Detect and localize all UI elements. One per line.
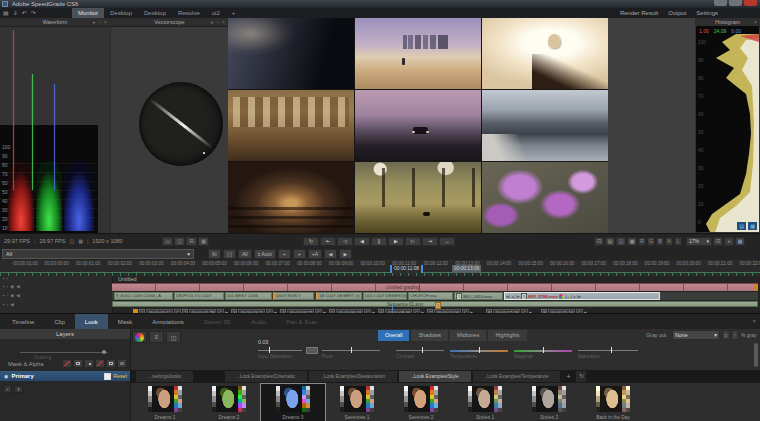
eye-icon[interactable]: ◉ <box>10 293 14 299</box>
monitor-tool-button[interactable]: ▩ <box>627 237 637 246</box>
look-preset[interactable]: Seventies 1 <box>325 384 389 421</box>
timeline-clip[interactable]: ≪ a ≫ D007 RUN V |↔| a ≫ <box>273 292 314 300</box>
layer-reset-button[interactable]: Reset <box>113 373 127 379</box>
lock-icon[interactable]: ▪ <box>3 293 5 299</box>
auto-adjust-button[interactable]: ≡ <box>149 331 164 343</box>
pan-icon[interactable]: + <box>724 237 734 246</box>
mute-icon[interactable]: ◀ <box>16 293 19 299</box>
transport-button[interactable]: ↔ <box>439 237 455 246</box>
lock-icon[interactable]: ▪ <box>3 276 5 282</box>
minimize-button[interactable] <box>714 0 727 6</box>
monitor-cell-church[interactable] <box>228 162 354 233</box>
grade-slider[interactable]: 0.03 Input Saturation <box>258 343 302 361</box>
detach-icon[interactable]: ▸ <box>211 19 215 25</box>
timeline-clip[interactable]: ≪ a ≫ 9_6001 C008 C0066_A |↔| a ≫ <box>114 292 173 300</box>
look-preset[interactable]: Dreams 2 <box>197 384 261 421</box>
timeline-tool-button[interactable]: [ ] <box>223 249 236 259</box>
look-folder-tab[interactable]: ..Look Examples/Desaturation– × <box>309 371 397 382</box>
view-layout-button[interactable]: ▦ <box>198 237 209 246</box>
menu-item[interactable]: Output <box>668 8 686 18</box>
timeline-tool-button[interactable]: All <box>238 249 252 259</box>
transport-button[interactable]: ◀ <box>354 237 370 246</box>
workspace-tab[interactable]: Desktop <box>138 8 172 18</box>
grade-slider[interactable]: Temperature <box>450 343 508 361</box>
save-icon[interactable]: ⇓ <box>13 9 18 17</box>
eye-icon[interactable]: ◉ <box>4 373 8 379</box>
color-wheel-button[interactable] <box>132 331 147 343</box>
grade-slider[interactable]: Pivot <box>322 343 380 361</box>
channel-button[interactable]: R <box>638 237 646 246</box>
mask-dot-button[interactable] <box>84 359 94 368</box>
transport-button[interactable]: ▷ <box>405 237 421 246</box>
timeline-tool-button[interactable]: ◀ <box>324 249 337 259</box>
look-preset[interactable]: Dreams 1 <box>133 384 197 421</box>
workspace-tab[interactable]: Desktop <box>104 8 138 18</box>
timeline-tool-button[interactable]: ▶ <box>339 249 352 259</box>
alpha-off-button[interactable] <box>95 359 105 368</box>
open-project-icon[interactable]: ▤ <box>3 9 9 17</box>
mask-off-button[interactable] <box>62 359 72 368</box>
layer-options-button[interactable]: ▾ <box>14 385 23 393</box>
monitor-icon[interactable]: ▫ <box>7 284 9 290</box>
refresh-icon[interactable]: ↻ <box>576 371 586 382</box>
lock-icon[interactable]: ▪ <box>3 284 5 290</box>
close-icon[interactable]: × <box>754 19 758 25</box>
timeline-clip[interactable]: ≪ a ≫ 001 BEST C006 |↔| a ≫ <box>225 292 272 300</box>
redo-icon[interactable]: ↷ <box>31 9 36 17</box>
menu-item[interactable]: Settings <box>696 8 718 18</box>
marker-timecode-badge[interactable]: 00:00:13:06 <box>452 265 481 273</box>
timeline-tool-button[interactable]: Ki <box>208 249 221 259</box>
layer-row-primary[interactable]: ◉ Primary Reset <box>0 371 130 381</box>
grid-icon[interactable]: ▦ <box>78 238 83 245</box>
look-folder-tab[interactable]: +– × <box>562 371 574 382</box>
transport-button[interactable]: ↻ <box>303 237 319 246</box>
monitor-cell-lake-mountains[interactable] <box>482 90 608 161</box>
sequence-track[interactable]: Sequence 01.ano 1 <box>112 301 758 307</box>
adjust-tab[interactable]: Midtones <box>450 330 486 341</box>
panel-tab[interactable]: Stereo 3D <box>194 314 241 329</box>
monitor-cell-flowers[interactable] <box>482 162 608 233</box>
view-layout-button[interactable]: ◫ <box>174 237 185 246</box>
timeline-clip[interactable]: ≪ a ≫ D01 C007 DESERT(m) |↔| a ≫ <box>363 292 407 300</box>
timeline-ruler[interactable]: -00:00:01:0000:00:00:0000:00:01:0000:00:… <box>0 260 760 276</box>
histogram-settings-icon[interactable]: ▦ <box>748 222 757 230</box>
look-preset[interactable]: Back in the Day <box>581 384 645 421</box>
grade-slider[interactable]: Saturation <box>578 343 638 361</box>
monitor-icon[interactable]: ▫ <box>7 276 9 282</box>
transport-button[interactable]: ◁ <box>337 237 353 246</box>
histogram-mode-icon[interactable]: ▤ <box>737 222 746 230</box>
lock-icon[interactable]: ▫ <box>99 19 102 25</box>
monitor-tool-button[interactable]: ▤ <box>605 237 615 246</box>
playhead-timecode-badge[interactable]: 00:00:11:08 <box>390 265 423 273</box>
zoom-level-select[interactable]: 17%▾ <box>686 237 712 246</box>
timeline-clip[interactable]: ≪ a ≫ 1B C007 DESERT (r) |↔| a ≫ <box>316 292 362 300</box>
transport-button[interactable]: || <box>371 237 387 246</box>
eye-icon[interactable]: ◉ <box>10 284 14 290</box>
channel-button[interactable]: A <box>665 237 673 246</box>
look-preset[interactable]: Dreams 3 <box>261 384 325 421</box>
timeline-clip[interactable]: ≪ a ≫ 5MVI_5786.mov |↔| a ≫ <box>504 292 660 300</box>
sync-icon[interactable]: ◫ <box>69 238 74 245</box>
panel-tab[interactable]: Timeline <box>2 314 44 329</box>
add-layer-button[interactable]: + <box>3 385 12 393</box>
close-button[interactable] <box>744 0 757 6</box>
workspace-tab[interactable]: ui2 <box>206 8 226 18</box>
timeline-tool-button[interactable]: +A <box>308 249 322 259</box>
menu-item[interactable]: Render Result <box>620 8 658 18</box>
close-icon[interactable]: × <box>222 19 226 25</box>
grayout-toggle-button[interactable]: ≡ <box>722 330 730 340</box>
channel-button[interactable]: G <box>647 237 655 246</box>
grayout-invert-button[interactable]: ↑ <box>731 330 739 340</box>
fit-screen-icon[interactable]: ⊡ <box>713 237 723 246</box>
look-folder-tab[interactable]: ..Look Examples/Style– × <box>399 371 470 382</box>
monitor-cell-road-dusk[interactable] <box>355 90 481 161</box>
grayout-select[interactable]: None▾ <box>672 330 720 340</box>
lock-icon[interactable]: ▫ <box>217 19 220 25</box>
adjust-tab[interactable]: Highlights <box>488 330 526 341</box>
slider-track[interactable] <box>396 350 444 351</box>
close-icon[interactable]: × <box>104 19 108 25</box>
slider-handle[interactable] <box>479 347 480 353</box>
workspace-tab[interactable]: Monitor <box>72 8 104 18</box>
look-preset[interactable]: Seventies 2 <box>389 384 453 421</box>
adjust-tab[interactable]: Shadows <box>411 330 448 341</box>
